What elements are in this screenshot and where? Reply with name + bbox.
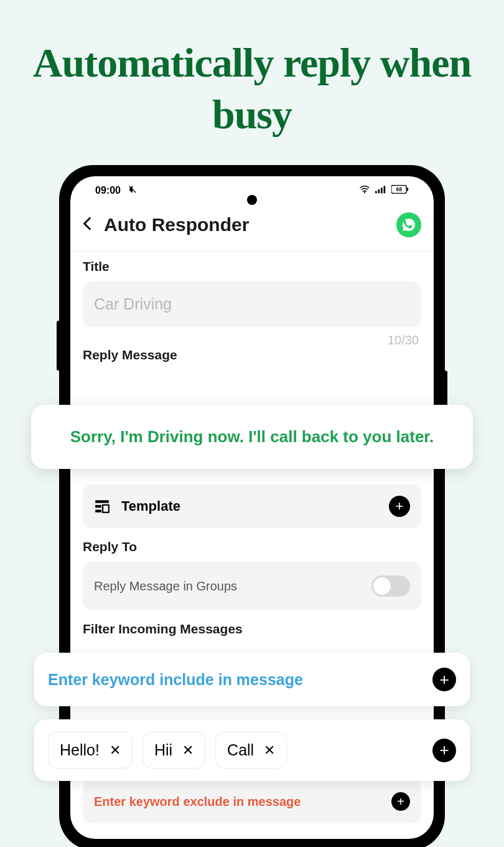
signal-icon [375, 185, 386, 196]
reply-groups-toggle[interactable] [371, 575, 410, 597]
add-include-button[interactable]: + [432, 668, 456, 691]
title-input[interactable]: Car Driving [83, 282, 421, 327]
app-header: Auto Responder [70, 202, 434, 252]
title-section: Title Car Driving 10/30 Reply Message [70, 252, 434, 377]
reply-message-card[interactable]: Sorry, I'm Driving now. I'll call back t… [31, 405, 473, 469]
svg-rect-7 [407, 187, 408, 191]
back-button[interactable] [83, 215, 91, 235]
volume-button [57, 321, 60, 371]
filter-label: Filter Incoming Messages [83, 622, 421, 636]
exclude-row[interactable]: Enter keyword exclude in message + [83, 780, 421, 823]
hero-title: Automatically reply when busy [0, 0, 504, 165]
app-title: Auto Responder [104, 214, 384, 235]
keyword-chip: Call ✕ [215, 732, 287, 769]
template-icon [94, 498, 110, 514]
svg-rect-5 [384, 186, 386, 194]
chip-label: Hii [154, 741, 172, 759]
svg-rect-4 [381, 187, 383, 193]
remove-chip-button[interactable]: ✕ [110, 742, 121, 759]
svg-rect-2 [375, 191, 377, 194]
power-button [444, 371, 447, 408]
whatsapp-icon[interactable] [396, 212, 421, 237]
keyword-chip: Hii ✕ [142, 732, 205, 769]
battery-icon: 68 [391, 185, 409, 196]
wifi-icon [359, 185, 370, 196]
keyword-chips-card: Hello! ✕ Hii ✕ Call ✕ + [34, 719, 470, 781]
chip-label: Call [227, 741, 254, 759]
svg-point-1 [364, 192, 365, 193]
svg-rect-9 [95, 500, 109, 503]
camera-hole [247, 195, 257, 205]
mute-icon [128, 185, 137, 196]
svg-rect-3 [378, 189, 380, 193]
add-template-button[interactable]: + [389, 496, 410, 517]
keyword-chip: Hello! ✕ [48, 732, 133, 769]
svg-rect-11 [103, 505, 109, 513]
svg-rect-12 [95, 509, 101, 512]
svg-rect-10 [95, 505, 101, 508]
template-row[interactable]: Template + [83, 485, 421, 528]
template-label: Template [121, 498, 378, 514]
svg-text:68: 68 [396, 186, 402, 192]
include-placeholder: Enter keyword include in message [48, 671, 432, 689]
reply-groups-row: Reply Message in Groups [83, 562, 421, 610]
title-label: Title [83, 259, 421, 274]
add-chip-button[interactable]: + [432, 739, 456, 762]
reply-to-label: Reply To [83, 539, 421, 554]
add-exclude-button[interactable]: + [391, 792, 410, 811]
exclude-placeholder: Enter keyword exclude in message [94, 795, 391, 809]
title-counter: 10/30 [83, 327, 421, 348]
remove-chip-button[interactable]: ✕ [264, 742, 275, 759]
toggle-knob [373, 577, 391, 595]
reply-message-label: Reply Message [83, 348, 421, 362]
include-keyword-card[interactable]: Enter keyword include in message + [34, 653, 470, 706]
remove-chip-button[interactable]: ✕ [182, 742, 194, 759]
status-time: 09:00 [95, 185, 121, 196]
reply-groups-label: Reply Message in Groups [94, 579, 371, 594]
chip-label: Hello! [60, 741, 100, 759]
